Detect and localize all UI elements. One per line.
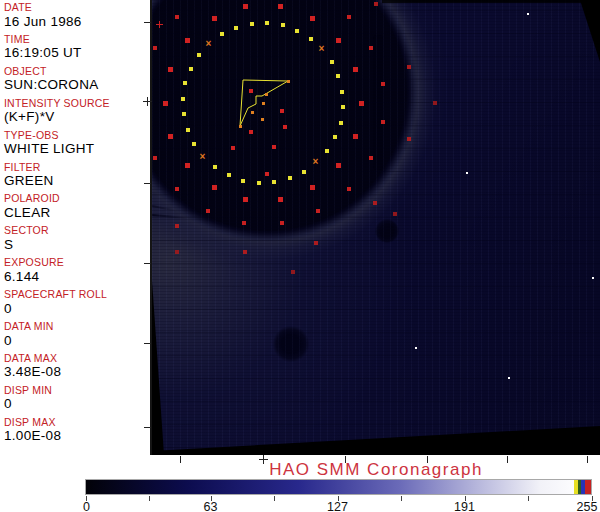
ring-dot xyxy=(242,221,246,225)
colorbar xyxy=(85,479,592,495)
coronagraph-display: DATE16 Jun 1986TIME16:19:05 UTOBJECTSUN:… xyxy=(0,0,600,512)
field-value: CLEAR xyxy=(4,206,148,220)
field-label: FILTER xyxy=(4,162,148,173)
coronagraph-image: ×××× xyxy=(150,0,600,455)
ring-dot xyxy=(186,128,190,132)
ring-dot xyxy=(243,4,248,9)
ring-dot xyxy=(369,46,373,50)
ring-dot xyxy=(213,165,217,169)
field-label: OBJECT xyxy=(4,66,148,77)
ring-dot xyxy=(433,101,437,105)
ring-dot xyxy=(234,26,238,30)
ring-dot xyxy=(153,46,157,50)
ring-dot xyxy=(265,21,269,25)
polygon-marker xyxy=(265,93,268,96)
field-value: 0 xyxy=(4,302,148,316)
metadata-field: DATE16 Jun 1986 xyxy=(4,2,148,28)
ring-dot xyxy=(407,137,411,141)
ring-dot xyxy=(314,241,318,245)
colorbar-minor-tick xyxy=(401,496,402,501)
image-title: HAO SMM Coronagraph xyxy=(152,460,600,480)
metadata-field: FILTERGREEN xyxy=(4,162,148,188)
ring-dot xyxy=(340,90,344,94)
ring-dot xyxy=(278,4,283,9)
ring-dot xyxy=(163,101,168,106)
ring-dot xyxy=(347,15,351,19)
plus-marker xyxy=(159,21,160,28)
field-label: DISP MIN xyxy=(4,385,148,396)
ring-dot xyxy=(333,135,337,139)
colorbar-minor-tick xyxy=(528,496,529,501)
polygon-marker xyxy=(261,118,264,121)
field-label: DATE xyxy=(4,2,148,13)
white-speck xyxy=(466,172,468,174)
ring-dot xyxy=(189,67,193,71)
white-speck xyxy=(508,377,510,379)
polygon-marker xyxy=(239,125,242,128)
field-label: DISP MAX xyxy=(4,417,148,428)
field-label: TYPE-OBS xyxy=(4,130,148,141)
ring-dot xyxy=(181,97,185,101)
metadata-field: DATA MIN0 xyxy=(4,321,148,347)
ring-dot xyxy=(330,60,334,64)
ring-dot xyxy=(250,22,254,26)
field-label: DATA MIN xyxy=(4,321,148,332)
ring-dot xyxy=(381,82,385,86)
ring-dot xyxy=(192,142,196,146)
polygon-marker xyxy=(251,111,254,114)
ring-dot xyxy=(302,170,306,174)
metadata-field: INTENSITY SOURCE(K+F)*V xyxy=(4,98,148,124)
metadata-panel: DATE16 Jun 1986TIME16:19:05 UTOBJECTSUN:… xyxy=(0,0,150,470)
metadata-field: TYPE-OBSWHITE LIGHT xyxy=(4,130,148,156)
left-axis-tick xyxy=(144,263,151,264)
ring-dot xyxy=(231,146,235,150)
metadata-field: OBJECTSUN:CORONA xyxy=(4,66,148,92)
fiducial-cross-icon: × xyxy=(318,44,324,54)
colorbar-label: 191 xyxy=(454,500,475,512)
ring-dot xyxy=(243,197,248,202)
ring-dot xyxy=(185,38,190,43)
ring-dot xyxy=(212,16,217,21)
metadata-field: SPACECRAFT ROLL0 xyxy=(4,289,148,315)
ring-dot xyxy=(373,201,377,205)
field-value: GREEN xyxy=(4,174,148,188)
ring-dot xyxy=(288,176,292,180)
ring-dot xyxy=(280,221,284,225)
field-value: SUN:CORONA xyxy=(4,78,148,92)
ring-dot xyxy=(272,180,276,184)
ring-dot xyxy=(272,145,276,149)
field-value: 1.00E-08 xyxy=(4,429,148,443)
left-axis-tick xyxy=(144,22,151,23)
field-value: 6.144 xyxy=(4,270,148,284)
fiducial-cross-icon: × xyxy=(313,157,319,167)
field-label: SPACECRAFT ROLL xyxy=(4,289,148,300)
field-label: POLAROID xyxy=(4,193,148,204)
colorbar-minor-tick xyxy=(149,496,150,501)
ring-dot xyxy=(369,156,373,160)
field-value: WHITE LIGHT xyxy=(4,142,148,156)
ring-dot xyxy=(339,121,343,125)
ring-dot xyxy=(227,173,231,177)
ring-dot xyxy=(257,181,261,185)
field-label: INTENSITY SOURCE xyxy=(4,98,148,109)
field-value: (K+F)*V xyxy=(4,110,148,124)
ring-dot xyxy=(185,163,190,168)
ring-dot xyxy=(291,270,295,274)
ring-dot xyxy=(353,67,358,72)
field-value: 16 Jun 1986 xyxy=(4,15,148,29)
ring-dot xyxy=(175,187,179,191)
ring-dot xyxy=(241,179,245,183)
ring-dot xyxy=(381,120,385,124)
ring-dot xyxy=(183,81,187,85)
field-label: DATA MAX xyxy=(4,353,148,364)
field-value: S xyxy=(4,238,148,252)
ring-dot xyxy=(206,209,210,213)
ring-dot xyxy=(220,32,224,36)
colorbar-label: 127 xyxy=(327,500,348,512)
ring-dot xyxy=(336,163,341,168)
ring-dot xyxy=(265,172,269,176)
ring-dot xyxy=(353,134,358,139)
ring-dot xyxy=(281,23,285,27)
field-value: 0 xyxy=(4,397,148,411)
field-label: SECTOR xyxy=(4,225,148,236)
